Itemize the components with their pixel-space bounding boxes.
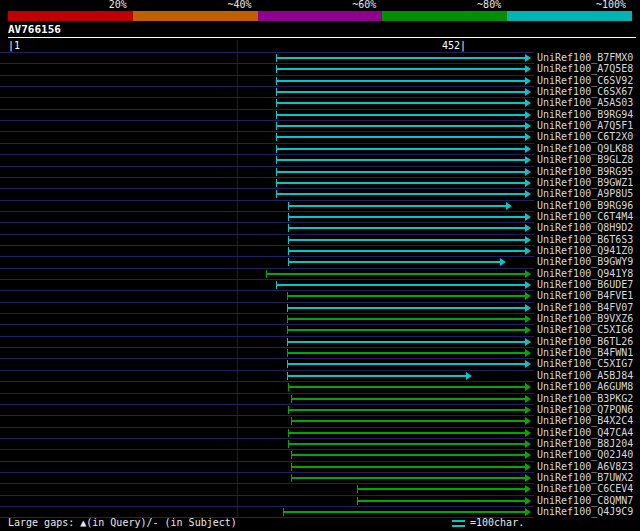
hit-row[interactable]: UniRef100_A7Q5F1 [0, 120, 640, 131]
hit-label[interactable]: UniRef100_B9RG95 [537, 166, 633, 177]
hit-bar[interactable] [288, 250, 525, 252]
hit-bar[interactable] [291, 420, 525, 422]
hit-label[interactable]: UniRef100_A5BJ84 [537, 370, 633, 381]
hit-bar[interactable] [288, 386, 525, 388]
hit-label[interactable]: UniRef100_B3PKG2 [537, 393, 633, 404]
hit-bar[interactable] [291, 398, 525, 400]
hit-label[interactable]: UniRef100_A5AS03 [537, 97, 633, 108]
hit-bar[interactable] [276, 193, 525, 195]
hit-row[interactable]: UniRef100_Q9LK88 [0, 143, 640, 154]
hit-label[interactable]: UniRef100_C5XIG6 [537, 324, 633, 335]
hit-label[interactable]: UniRef100_A7Q5F1 [537, 120, 633, 131]
hit-bar[interactable] [291, 454, 525, 456]
hit-row[interactable]: UniRef100_Q7PQN6 [0, 404, 640, 415]
hit-bar[interactable] [276, 68, 525, 70]
hit-label[interactable]: UniRef100_B7FMX0 [537, 52, 633, 63]
hit-bar[interactable] [288, 409, 525, 411]
hit-bar[interactable] [287, 363, 525, 365]
hit-label[interactable]: UniRef100_Q8H9D2 [537, 222, 633, 233]
hit-label[interactable]: UniRef100_Q4J9C9 [537, 506, 633, 517]
hit-label[interactable]: UniRef100_A6GUM8 [537, 381, 633, 392]
hit-row[interactable]: UniRef100_C5XIG6 [0, 324, 640, 335]
hit-row[interactable]: UniRef100_B9RG94 [0, 109, 640, 120]
hit-bar[interactable] [276, 171, 525, 173]
hit-row[interactable]: UniRef100_A6GUM8 [0, 381, 640, 392]
hit-row[interactable]: UniRef100_Q8H9D2 [0, 222, 640, 233]
hit-label[interactable]: UniRef100_B4FWN1 [537, 347, 633, 358]
hit-bar[interactable] [276, 148, 525, 150]
hit-bar[interactable] [288, 239, 525, 241]
hit-label[interactable]: UniRef100_B4FV07 [537, 302, 633, 313]
hit-label[interactable]: UniRef100_C6T2X0 [537, 131, 633, 142]
hit-bar[interactable] [276, 114, 525, 116]
hit-label[interactable]: UniRef100_Q941Z0 [537, 245, 633, 256]
hit-bar[interactable] [276, 284, 525, 286]
hit-bar[interactable] [276, 159, 525, 161]
hit-bar[interactable] [287, 352, 525, 354]
hit-bar[interactable] [288, 261, 500, 263]
hit-row[interactable]: UniRef100_C5XIG7 [0, 358, 640, 369]
hit-label[interactable]: UniRef100_Q7PQN6 [537, 404, 633, 415]
hit-row[interactable]: UniRef100_C6SV92 [0, 75, 640, 86]
hit-row[interactable]: UniRef100_B6UDE7 [0, 279, 640, 290]
hit-bar[interactable] [276, 125, 525, 127]
hit-label[interactable]: UniRef100_C8QMN7 [537, 495, 633, 506]
hit-label[interactable]: UniRef100_B6TL26 [537, 336, 633, 347]
hit-label[interactable]: UniRef100_Q9LK88 [537, 143, 633, 154]
hit-bar[interactable] [287, 341, 525, 343]
hit-row[interactable]: UniRef100_B7UWX2 [0, 472, 640, 483]
hit-bar[interactable] [276, 102, 525, 104]
hit-row[interactable]: UniRef100_A7Q5E8 [0, 63, 640, 74]
hit-row[interactable]: UniRef100_B4X2C4 [0, 415, 640, 426]
hit-row[interactable]: UniRef100_Q47CA4 [0, 427, 640, 438]
hit-label[interactable]: UniRef100_Q941Y8 [537, 268, 633, 279]
hit-label[interactable]: UniRef100_A9P8U5 [537, 188, 633, 199]
hit-label[interactable]: UniRef100_B9RG94 [537, 109, 633, 120]
hit-bar[interactable] [287, 318, 525, 320]
hit-row[interactable]: UniRef100_B9VXZ6 [0, 313, 640, 324]
hit-bar[interactable] [287, 329, 525, 331]
hit-row[interactable]: UniRef100_A5AS03 [0, 97, 640, 108]
hit-bar[interactable] [287, 295, 525, 297]
hit-label[interactable]: UniRef100_C6SV92 [537, 75, 633, 86]
hit-label[interactable]: UniRef100_Q47CA4 [537, 427, 633, 438]
hit-row[interactable]: UniRef100_A5BJ84 [0, 370, 640, 381]
hit-label[interactable]: UniRef100_B9RG96 [537, 200, 633, 211]
hit-label[interactable]: UniRef100_B6UDE7 [537, 279, 633, 290]
hit-row[interactable]: UniRef100_B6T6S3 [0, 234, 640, 245]
hit-label[interactable]: UniRef100_B8J204 [537, 438, 633, 449]
hit-row[interactable]: UniRef100_B4FWN1 [0, 347, 640, 358]
hit-label[interactable]: UniRef100_A6V8Z3 [537, 461, 633, 472]
hit-bar[interactable] [288, 216, 525, 218]
hit-bar[interactable] [288, 443, 525, 445]
hit-row[interactable]: UniRef100_C6T4M4 [0, 211, 640, 222]
hit-row[interactable]: UniRef100_C8QMN7 [0, 495, 640, 506]
hit-bar[interactable] [276, 136, 525, 138]
hit-row[interactable]: UniRef100_B9RG96 [0, 200, 640, 211]
hit-row[interactable]: UniRef100_B8J204 [0, 438, 640, 449]
hit-bar[interactable] [287, 375, 466, 377]
hit-row[interactable]: UniRef100_B4FVE1 [0, 290, 640, 301]
hit-bar[interactable] [287, 307, 525, 309]
hit-label[interactable]: UniRef100_A7Q5E8 [537, 63, 633, 74]
hit-label[interactable]: UniRef100_B6T6S3 [537, 234, 633, 245]
hit-label[interactable]: UniRef100_Q02J40 [537, 449, 633, 460]
hit-row[interactable]: UniRef100_B9GLZ8 [0, 154, 640, 165]
hit-label[interactable]: UniRef100_B9GWY9 [537, 256, 633, 267]
hit-bar[interactable] [291, 477, 525, 479]
hit-label[interactable]: UniRef100_C5XIG7 [537, 358, 633, 369]
hit-bar[interactable] [266, 273, 525, 275]
hit-label[interactable]: UniRef100_B4FVE1 [537, 290, 633, 301]
hit-label[interactable]: UniRef100_B9GWZ1 [537, 177, 633, 188]
hit-bar[interactable] [283, 511, 525, 513]
hit-bar[interactable] [288, 432, 525, 434]
hit-row[interactable]: UniRef100_B3PKG2 [0, 393, 640, 404]
hit-bar[interactable] [291, 466, 525, 468]
hit-row[interactable]: UniRef100_A6V8Z3 [0, 461, 640, 472]
hit-row[interactable]: UniRef100_B6TL26 [0, 336, 640, 347]
hit-bar[interactable] [276, 80, 525, 82]
hit-bar[interactable] [357, 500, 525, 502]
hit-bar[interactable] [276, 57, 525, 59]
hit-label[interactable]: UniRef100_B4X2C4 [537, 415, 633, 426]
hit-row[interactable]: UniRef100_Q02J40 [0, 449, 640, 460]
